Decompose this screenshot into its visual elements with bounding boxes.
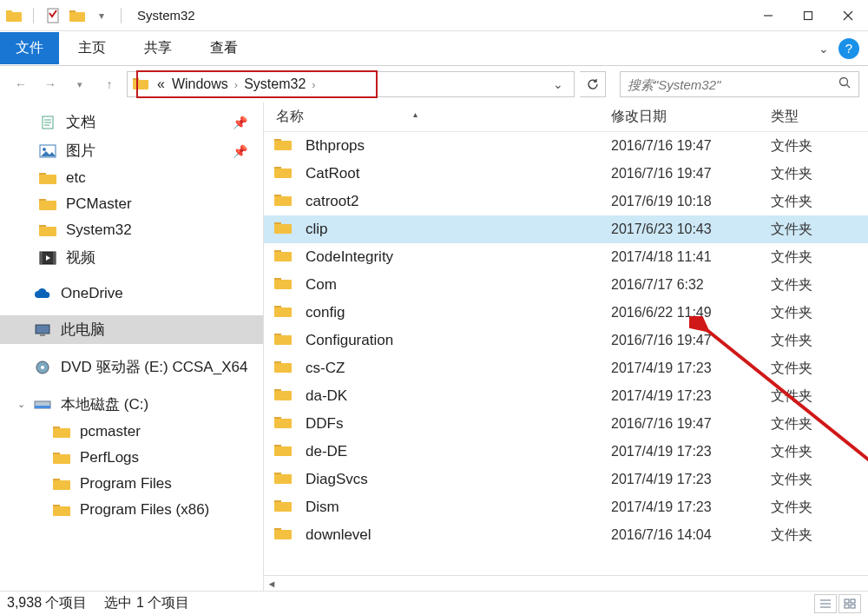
svg-rect-57 bbox=[274, 335, 292, 345]
view-details-button[interactable] bbox=[814, 594, 837, 613]
file-row[interactable]: clip2017/6/23 10:43文件夹 bbox=[264, 215, 868, 243]
ribbon-expand-icon[interactable]: ⌄ bbox=[809, 42, 838, 56]
file-row[interactable]: de-DE2017/4/19 17:23文件夹 bbox=[264, 438, 868, 466]
file-row[interactable]: DDFs2016/7/16 19:47文件夹 bbox=[264, 410, 868, 438]
folder-icon[interactable] bbox=[69, 7, 86, 24]
search-input[interactable] bbox=[628, 77, 838, 92]
tab-share[interactable]: 共享 bbox=[125, 32, 191, 64]
file-tab[interactable]: 文件 bbox=[0, 32, 59, 64]
svg-rect-4 bbox=[69, 12, 85, 22]
svg-rect-71 bbox=[274, 530, 292, 539]
sidebar-item-label: pcmaster bbox=[80, 423, 141, 440]
file-row[interactable]: CatRoot2016/7/16 19:47文件夹 bbox=[264, 160, 868, 188]
status-bar: 3,938 个项目 选中 1 个项目 bbox=[0, 591, 868, 615]
forward-button[interactable]: → bbox=[38, 72, 62, 96]
search-box[interactable] bbox=[620, 71, 859, 97]
close-button[interactable] bbox=[828, 3, 868, 29]
folder-icon bbox=[133, 76, 148, 92]
tab-home[interactable]: 主页 bbox=[59, 32, 125, 64]
file-type: 文件夹 bbox=[771, 360, 812, 378]
file-date: 2016/7/16 19:47 bbox=[611, 333, 771, 348]
minimize-button[interactable] bbox=[748, 3, 788, 29]
svg-rect-53 bbox=[274, 280, 292, 289]
address-bar[interactable]: « Windows › System32 › ⌄ bbox=[127, 71, 575, 97]
view-icons-button[interactable] bbox=[838, 594, 861, 613]
sidebar-item[interactable]: 视频 bbox=[0, 243, 263, 272]
column-headers: 名称▴ 修改日期 类型 bbox=[264, 102, 868, 132]
file-name: catroot2 bbox=[306, 193, 611, 210]
sidebar-item-label: etc bbox=[66, 169, 86, 187]
recent-dropdown-icon[interactable]: ▾ bbox=[68, 72, 92, 96]
folder-icon bbox=[52, 449, 71, 466]
pic-icon bbox=[38, 142, 57, 160]
sidebar-item[interactable]: Program Files bbox=[0, 471, 263, 497]
sidebar-item[interactable]: PCMaster bbox=[0, 191, 263, 217]
file-row[interactable]: Bthprops2016/7/16 19:47文件夹 bbox=[264, 132, 868, 160]
column-date[interactable]: 修改日期 bbox=[604, 108, 764, 126]
refresh-button[interactable] bbox=[580, 71, 606, 97]
file-row[interactable]: Configuration2016/7/16 19:47文件夹 bbox=[264, 327, 868, 354]
file-row[interactable]: catroot22017/6/19 10:18文件夹 bbox=[264, 188, 868, 215]
back-button[interactable]: ← bbox=[9, 72, 33, 96]
file-date: 2017/6/19 10:18 bbox=[611, 194, 771, 209]
sidebar-item[interactable]: System32 bbox=[0, 217, 263, 243]
svg-rect-24 bbox=[39, 227, 56, 236]
sidebar-item[interactable]: Program Files (x86) bbox=[0, 497, 263, 523]
sidebar-item-localdisk[interactable]: ⌄ 本地磁盘 (C:) bbox=[0, 390, 263, 419]
sidebar-item[interactable]: pcmaster bbox=[0, 419, 263, 445]
sidebar-item[interactable]: 图片📌 bbox=[0, 136, 263, 165]
sidebar-item-label: 本地磁盘 (C:) bbox=[61, 394, 148, 414]
file-row[interactable]: downlevel2016/7/16 14:04文件夹 bbox=[264, 521, 868, 549]
address-dropdown-icon[interactable]: ⌄ bbox=[548, 74, 569, 95]
maximize-button[interactable] bbox=[788, 3, 828, 29]
quick-access-toolbar: ▾ bbox=[0, 7, 130, 24]
chevron-right-icon[interactable]: › bbox=[232, 78, 240, 91]
folder-icon bbox=[274, 137, 293, 155]
folder-icon bbox=[52, 423, 71, 440]
status-selected-count: 选中 1 个项目 bbox=[104, 594, 189, 612]
pin-icon: 📌 bbox=[233, 144, 247, 158]
up-button[interactable]: ↑ bbox=[97, 72, 122, 96]
svg-rect-49 bbox=[274, 224, 292, 234]
breadcrumb-segment[interactable]: Windows bbox=[168, 76, 232, 92]
file-name: cs-CZ bbox=[306, 360, 611, 377]
folder-icon bbox=[274, 499, 293, 516]
sidebar-item-thispc[interactable]: 此电脑 bbox=[0, 315, 263, 344]
sidebar-item-label: System32 bbox=[66, 222, 132, 239]
file-row[interactable]: Com2016/7/17 6:32文件夹 bbox=[264, 271, 868, 299]
h-scrollbar[interactable]: ◄ bbox=[264, 575, 868, 591]
sidebar-item[interactable]: 文档📌 bbox=[0, 108, 263, 136]
svg-rect-37 bbox=[53, 454, 70, 464]
file-row[interactable]: config2016/6/22 11:49文件夹 bbox=[264, 299, 868, 327]
file-row[interactable]: cs-CZ2017/4/19 17:23文件夹 bbox=[264, 354, 868, 382]
sidebar-item[interactable]: PerfLogs bbox=[0, 445, 263, 471]
svg-rect-76 bbox=[845, 599, 849, 603]
breadcrumb-overflow[interactable]: « bbox=[154, 76, 168, 92]
sidebar-item[interactable]: etc bbox=[0, 165, 263, 191]
svg-point-18 bbox=[43, 148, 46, 151]
help-button[interactable]: ? bbox=[838, 38, 859, 59]
folder-icon bbox=[38, 222, 57, 239]
search-icon[interactable] bbox=[838, 76, 852, 92]
column-type[interactable]: 类型 bbox=[764, 108, 842, 126]
file-row[interactable]: DiagSvcs2017/4/19 17:23文件夹 bbox=[264, 466, 868, 493]
column-name[interactable]: 名称▴ bbox=[269, 108, 604, 126]
folder-icon bbox=[274, 304, 293, 321]
scroll-left-icon[interactable]: ◄ bbox=[264, 579, 279, 589]
chevron-down-icon[interactable]: ⌄ bbox=[17, 399, 25, 410]
chevron-right-icon[interactable]: › bbox=[309, 78, 318, 91]
file-row[interactable]: Dism2017/4/19 17:23文件夹 bbox=[264, 493, 868, 521]
tab-view[interactable]: 查看 bbox=[191, 32, 257, 64]
file-date: 2016/6/22 11:49 bbox=[611, 305, 771, 321]
qat-dropdown-icon[interactable]: ▾ bbox=[93, 7, 110, 24]
file-type: 文件夹 bbox=[771, 471, 812, 489]
breadcrumb-segment[interactable]: System32 bbox=[240, 76, 309, 92]
file-row[interactable]: da-DK2017/4/19 17:23文件夹 bbox=[264, 382, 868, 410]
file-row[interactable]: CodeIntegrity2017/4/18 11:41文件夹 bbox=[264, 243, 868, 271]
sidebar-item-dvd[interactable]: DVD 驱动器 (E:) CCSA_X64 bbox=[0, 353, 263, 381]
svg-rect-6 bbox=[805, 11, 812, 19]
file-date: 2016/7/16 14:04 bbox=[611, 527, 771, 543]
svg-rect-43 bbox=[274, 141, 292, 150]
properties-icon[interactable] bbox=[44, 7, 62, 24]
sidebar-item-onedrive[interactable]: OneDrive bbox=[0, 281, 263, 307]
